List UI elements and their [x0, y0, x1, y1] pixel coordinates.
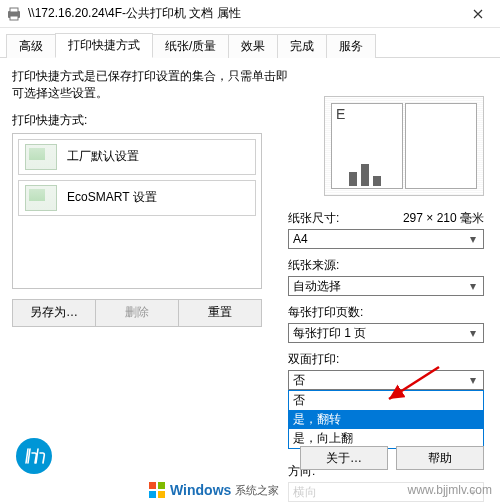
shortcut-list[interactable]: 工厂默认设置 EcoSMART 设置	[12, 133, 262, 289]
shortcut-thumb-icon	[25, 144, 57, 170]
dialog-window: \\172.16.20.24\4F-公共打印机 文档 属性 高级 打印快捷方式 …	[0, 0, 500, 333]
saveas-button[interactable]: 另存为…	[13, 300, 96, 326]
chart-icon	[347, 158, 387, 188]
chevron-down-icon: ▾	[465, 231, 481, 247]
tab-content: 打印快捷方式是已保存打印设置的集合，只需单击即可选择这些设置。 打印快捷方式: …	[0, 58, 500, 333]
svg-point-6	[22, 444, 46, 468]
shortcut-button-row: 另存为… 删除 重置	[12, 299, 262, 327]
watermark-bar: Windows 系统之家 www.bjjmlv.com	[0, 478, 500, 502]
shortcut-name: 工厂默认设置	[67, 148, 139, 165]
duplex-select[interactable]: 否 ▾	[288, 370, 484, 390]
close-button[interactable]	[456, 0, 500, 28]
field-paper-size: 纸张尺寸: 297 × 210 毫米 A4 ▾	[288, 210, 484, 249]
svg-rect-3	[349, 172, 357, 186]
tab-finish[interactable]: 完成	[277, 34, 327, 58]
page-preview: E	[324, 96, 484, 196]
svg-rect-2	[10, 16, 18, 20]
tab-advanced[interactable]: 高级	[6, 34, 56, 58]
list-item[interactable]: 工厂默认设置	[18, 139, 256, 175]
duplex-option-flip[interactable]: 是，翻转	[289, 410, 483, 429]
preview-letter: E	[336, 106, 345, 122]
chevron-down-icon: ▾	[465, 372, 481, 388]
svg-rect-5	[373, 176, 381, 186]
preview-page: E	[331, 103, 403, 189]
tab-effects[interactable]: 效果	[228, 34, 278, 58]
reset-button[interactable]: 重置	[179, 300, 261, 326]
list-item[interactable]: EcoSMART 设置	[18, 180, 256, 216]
svg-rect-10	[158, 491, 165, 498]
paper-source-label: 纸张来源:	[288, 257, 339, 274]
delete-button: 删除	[96, 300, 179, 326]
tab-shortcuts[interactable]: 打印快捷方式	[55, 33, 153, 58]
paper-source-select[interactable]: 自动选择 ▾	[288, 276, 484, 296]
watermark-subbrand: 系统之家	[235, 483, 279, 498]
shortcut-name: EcoSMART 设置	[67, 189, 157, 206]
printer-icon	[6, 6, 22, 22]
paper-size-label: 纸张尺寸:	[288, 210, 339, 227]
paper-source-value: 自动选择	[293, 278, 341, 295]
watermark-url: www.bjjmlv.com	[408, 483, 492, 497]
svg-rect-9	[149, 491, 156, 498]
windows-icon	[148, 481, 166, 499]
tab-service[interactable]: 服务	[326, 34, 376, 58]
svg-rect-7	[149, 482, 156, 489]
window-title: \\172.16.20.24\4F-公共打印机 文档 属性	[28, 5, 456, 22]
hp-logo	[16, 438, 52, 474]
paper-size-select[interactable]: A4 ▾	[288, 229, 484, 249]
preview-page	[405, 103, 477, 189]
pages-per-sheet-label: 每张打印页数:	[288, 304, 363, 321]
paper-size-dimensions: 297 × 210 毫米	[403, 210, 484, 227]
footer-buttons: 关于… 帮助	[300, 446, 484, 470]
watermark-logo: Windows 系统之家	[148, 481, 279, 499]
chevron-down-icon: ▾	[465, 278, 481, 294]
shortcut-thumb-icon	[25, 185, 57, 211]
duplex-value: 否	[293, 372, 305, 389]
svg-rect-4	[361, 164, 369, 186]
field-duplex: 双面打印: 否 ▾ 否 是，翻转 是，向上翻	[288, 351, 484, 449]
field-pages-per-sheet: 每张打印页数: 每张打印 1 页 ▾	[288, 304, 484, 343]
duplex-label: 双面打印:	[288, 351, 339, 368]
about-button[interactable]: 关于…	[300, 446, 388, 470]
svg-rect-8	[158, 482, 165, 489]
chevron-down-icon: ▾	[465, 325, 481, 341]
svg-rect-1	[10, 8, 18, 12]
tab-strip: 高级 打印快捷方式 纸张/质量 效果 完成 服务	[0, 28, 500, 58]
field-paper-source: 纸张来源: 自动选择 ▾	[288, 257, 484, 296]
pages-per-sheet-select[interactable]: 每张打印 1 页 ▾	[288, 323, 484, 343]
duplex-dropdown[interactable]: 否 是，翻转 是，向上翻	[288, 390, 484, 449]
paper-size-value: A4	[293, 232, 308, 246]
watermark-brand: Windows	[170, 482, 231, 498]
duplex-option-no[interactable]: 否	[289, 391, 483, 410]
tab-paper-quality[interactable]: 纸张/质量	[152, 34, 229, 58]
pages-per-sheet-value: 每张打印 1 页	[293, 325, 366, 342]
help-button[interactable]: 帮助	[396, 446, 484, 470]
titlebar: \\172.16.20.24\4F-公共打印机 文档 属性	[0, 0, 500, 28]
